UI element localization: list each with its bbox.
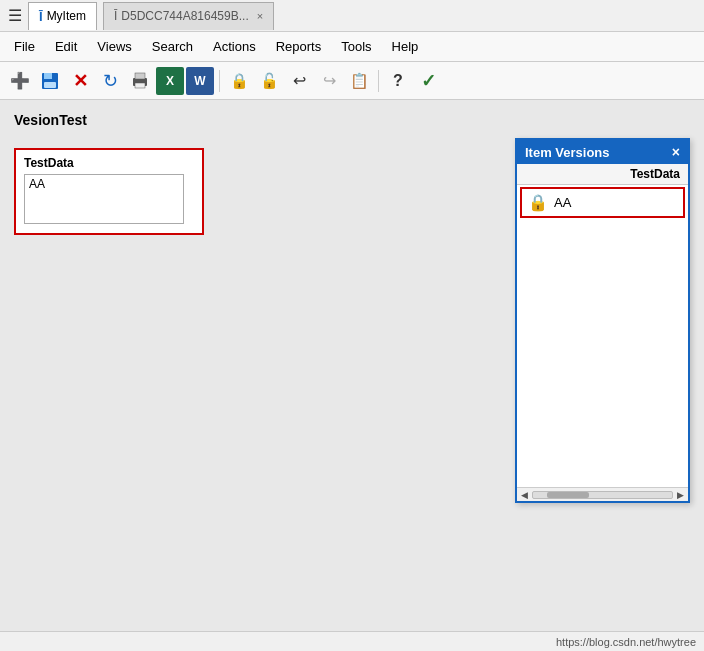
menu-reports[interactable]: Reports xyxy=(266,35,332,58)
copy-button[interactable]: 📋 xyxy=(345,67,373,95)
versions-row-value: AA xyxy=(554,195,571,210)
page-title: VesionTest xyxy=(14,112,690,128)
menu-tools[interactable]: Tools xyxy=(331,35,381,58)
undo-button[interactable]: ↩ xyxy=(285,67,313,95)
menu-views[interactable]: Views xyxy=(87,35,141,58)
word-button[interactable]: W xyxy=(186,67,214,95)
scroll-thumb xyxy=(547,492,589,498)
versions-panel: Item Versions × TestData 🔒 AA ◀ ▶ xyxy=(515,138,690,503)
svg-rect-2 xyxy=(44,82,56,88)
menu-help[interactable]: Help xyxy=(382,35,429,58)
main-content: VesionTest TestData AA Item Versions × T… xyxy=(0,100,704,631)
menu-search[interactable]: Search xyxy=(142,35,203,58)
cancel-button[interactable]: ✕ xyxy=(66,67,94,95)
versions-column-header: TestData xyxy=(517,164,688,185)
form-area: TestData AA xyxy=(14,148,204,235)
active-tab-label: MyItem xyxy=(47,9,86,23)
versions-row[interactable]: 🔒 AA xyxy=(520,187,685,218)
field-box: TestData AA xyxy=(14,148,204,235)
unlock-button[interactable]: 🔓 xyxy=(255,67,283,95)
inactive-tab-close[interactable]: × xyxy=(257,10,263,22)
toolbar-divider-2 xyxy=(378,70,379,92)
scroll-left-arrow[interactable]: ◀ xyxy=(519,490,530,500)
save-button[interactable] xyxy=(36,67,64,95)
lock-button[interactable]: 🔒 xyxy=(225,67,253,95)
testdata-input[interactable]: AA xyxy=(24,174,184,224)
scroll-right-arrow[interactable]: ▶ xyxy=(675,490,686,500)
excel-button[interactable]: X xyxy=(156,67,184,95)
active-tab[interactable]: Ī MyItem xyxy=(28,2,97,30)
lock-icon: 🔒 xyxy=(528,193,548,212)
svg-rect-1 xyxy=(44,73,52,79)
versions-title: Item Versions xyxy=(525,145,610,160)
menu-edit[interactable]: Edit xyxy=(45,35,87,58)
menu-file[interactable]: File xyxy=(4,35,45,58)
help-button[interactable]: ? xyxy=(384,67,412,95)
field-label: TestData xyxy=(24,156,194,170)
versions-scrollbar[interactable]: ◀ ▶ xyxy=(517,487,688,501)
print-button[interactable] xyxy=(126,67,154,95)
inactive-tab-label: D5DCC744A816459B... xyxy=(121,9,248,23)
toolbar: ➕ ✕ ↻ X W 🔒 🔓 ↩ ↪ 📋 ? ✓ xyxy=(0,62,704,100)
versions-body: 🔒 AA xyxy=(517,187,688,487)
hamburger-icon[interactable]: ☰ xyxy=(8,6,22,25)
check-button[interactable]: ✓ xyxy=(414,67,442,95)
redo-button[interactable]: ↪ xyxy=(315,67,343,95)
menu-actions[interactable]: Actions xyxy=(203,35,266,58)
menu-bar: File Edit Views Search Actions Reports T… xyxy=(0,32,704,62)
svg-rect-5 xyxy=(135,83,145,88)
inactive-tab-icon: Ī xyxy=(114,9,117,23)
toolbar-divider-1 xyxy=(219,70,220,92)
refresh-button[interactable]: ↻ xyxy=(96,67,124,95)
status-bar: https://blog.csdn.net/hwytree xyxy=(0,631,704,651)
versions-header: Item Versions × xyxy=(517,140,688,164)
versions-close-button[interactable]: × xyxy=(672,144,680,160)
active-tab-icon: Ī xyxy=(39,9,43,24)
svg-rect-4 xyxy=(135,73,145,79)
title-bar: ☰ Ī MyItem Ī D5DCC744A816459B... × xyxy=(0,0,704,32)
add-button[interactable]: ➕ xyxy=(6,67,34,95)
status-url: https://blog.csdn.net/hwytree xyxy=(556,636,696,648)
scroll-track[interactable] xyxy=(532,491,673,499)
inactive-tab[interactable]: Ī D5DCC744A816459B... × xyxy=(103,2,274,30)
